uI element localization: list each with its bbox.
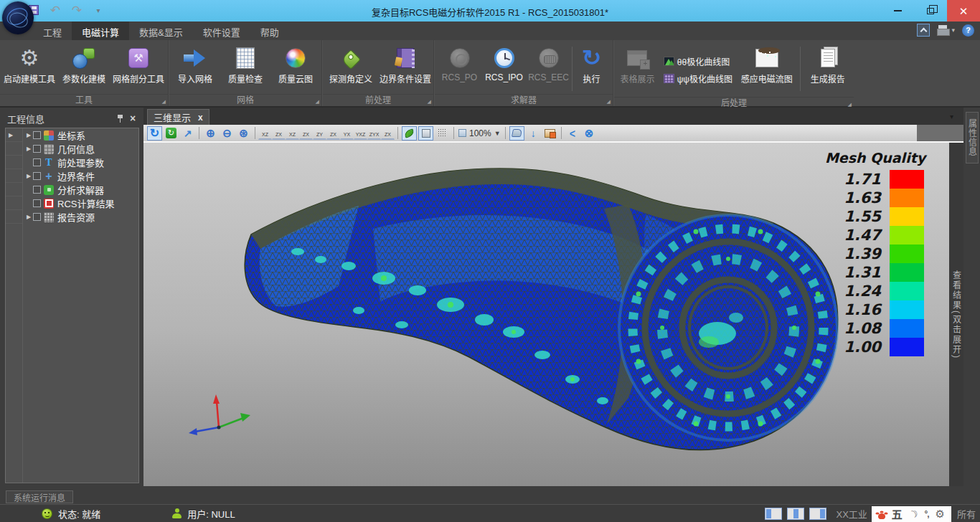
probe-angle-button[interactable]: 探测角定义 [324,42,378,85]
share-icon: < [570,126,575,140]
axis-view-button-zx[interactable]: ZX [299,127,313,140]
tab-close-icon[interactable]: x [198,113,203,123]
ime-punctuation-button[interactable]: °‚ [924,509,928,519]
boundary-setting-button[interactable]: 边界条件设置 [378,42,433,85]
tree-item-边界条件[interactable]: ▶+边界条件 [23,169,138,183]
axis-view-button-zyx[interactable]: ZYX [367,127,381,140]
dialog-launcher-icon[interactable]: ◢ [162,99,166,104]
layout-left-button[interactable] [765,508,782,520]
tree-item-checkbox[interactable] [33,172,41,180]
tree-item-checkbox[interactable] [33,145,41,153]
menu-tab-数据&显示[interactable]: 数据&显示 [129,22,193,40]
rotate-button[interactable]: ↻ [147,126,162,141]
import-mesh-button[interactable]: 导入网格 [170,42,220,85]
square-icon [422,129,430,138]
render-leaf-button[interactable] [402,126,417,141]
menu-tab-电磁计算[interactable]: 电磁计算 [72,22,129,40]
axis-view-button-zx[interactable]: ZX [381,127,395,140]
layout-right-button[interactable] [809,508,826,520]
panel-close-button[interactable]: × [126,113,139,124]
legend-row: 1.55 [818,207,933,226]
tree-item-前处理参数[interactable]: T前处理参数 [23,156,138,169]
axis-view-button-xz[interactable]: XZ [286,127,299,140]
axis-view-button-zx[interactable]: ZX [272,127,286,140]
psi-curve-button[interactable]: ψψ极化曲线图 [664,72,732,85]
tree-item-RCS计算结果[interactable]: RCS计算结果 [23,196,138,210]
tree-item-分析求解器[interactable]: 分析求解器 [23,183,138,196]
launch-modeling-button[interactable]: ⚙ 启动建模工具 [2,42,57,85]
dialog-launcher-icon[interactable]: ◢ [428,99,431,104]
execute-button[interactable]: ↻ 执行 [574,42,610,85]
spin-button[interactable]: ↻ [164,126,179,141]
tree-gutter-cell[interactable]: ▶ [6,128,22,142]
dialog-launcher-icon[interactable]: ◢ [848,102,852,107]
pan-button[interactable]: ↗ [180,126,195,141]
property-info-label: 属性信息 [966,119,979,156]
layout-center-button[interactable] [787,508,804,520]
menu-tab-软件设置[interactable]: 软件设置 [193,22,250,40]
print-button[interactable]: ▾ [937,25,955,35]
restore-button[interactable] [914,0,947,22]
tree-item-checkbox[interactable] [33,186,41,194]
tree-item-checkbox[interactable] [33,213,41,221]
expand-arrow-icon[interactable]: ▶ [24,173,33,179]
close-icon: ✕ [959,6,969,16]
zoom-out-button[interactable]: ⊖ [220,126,235,141]
legend-row: 1.16 [818,300,933,319]
dialog-launcher-icon[interactable]: ◢ [316,99,319,104]
rcs-ipo-button[interactable]: RCS_IPO [481,42,527,82]
tree-item-checkbox[interactable] [33,199,41,207]
ime-settings-icon[interactable]: ⚙ [936,508,945,521]
tree-item-几何信息[interactable]: ▶几何信息 [23,142,138,156]
zoom-level-select[interactable]: 100% ▼ [458,128,501,138]
close-view-button[interactable]: ⊗ [582,126,597,141]
axis-view-button-zx[interactable]: ZX [326,127,340,140]
minimize-button[interactable] [881,0,914,22]
gen-report-button[interactable]: 生成报告 [802,42,854,85]
viewport-canvas[interactable]: Mesh Quality 1.711.631.551.471.391.311.2… [143,143,949,486]
ribbon-collapse-button[interactable] [917,24,930,37]
axis-view-button-zy[interactable]: ZY [313,127,326,140]
dialog-launcher-icon[interactable]: ◢ [607,99,611,104]
tree-item-checkbox[interactable] [33,131,41,139]
axis-view-button-yx[interactable]: YX [340,127,354,140]
results-collapsed-panel[interactable]: 查看结果(双击展开) [949,143,963,486]
quality-cloud-button[interactable]: 质量云图 [270,42,321,85]
tree-item-报告资源[interactable]: ▶报告资源 [23,210,138,224]
pin-button[interactable] [113,113,126,124]
app-logo[interactable] [2,1,34,34]
expand-arrow-icon[interactable]: ▶ [24,132,33,138]
chevron-down-icon[interactable]: ▾ [950,113,953,120]
ime-wubi-button[interactable]: 五 [892,506,903,521]
zoom-fit-button[interactable]: ⊛ [236,126,251,141]
tab-3d-display[interactable]: 三维显示 x [147,109,209,125]
em-flow-button[interactable]: 感应电磁流图 [735,42,798,85]
tab-property-info[interactable]: 属性信息 [966,112,979,163]
expand-arrow-icon[interactable]: ▶ [24,214,33,220]
wireframe-button[interactable] [435,126,450,141]
quality-check-button[interactable]: 质量检查 [220,42,270,85]
tab-system-messages[interactable]: 系统运行消息 [6,490,73,503]
ime-paw-icon[interactable] [878,513,885,519]
select-face-button[interactable] [509,126,524,141]
help-button[interactable]: ? [962,24,974,37]
close-button[interactable]: ✕ [947,0,980,22]
axis-view-button-xz[interactable]: XZ [258,127,272,140]
expand-arrow-icon[interactable]: ▶ [24,146,33,152]
parametric-modeling-button[interactable]: 参数化建模 [57,42,111,85]
zoom-fit-icon: ⊛ [239,128,248,138]
ime-moon-icon[interactable]: ☽ [907,506,920,521]
tree-item-坐标系[interactable]: ▶坐标系 [23,128,138,142]
tree-item-checkbox[interactable] [33,158,41,166]
axis-view-button-yxz[interactable]: YXZ [354,127,367,140]
zoom-in-button[interactable]: ⊕ [203,126,218,141]
share-button[interactable]: < [565,126,580,141]
shaded-view-button[interactable] [418,126,433,141]
user-text: 用户: NULL [187,507,235,521]
menu-tab-帮助[interactable]: 帮助 [250,22,289,40]
theta-curve-button[interactable]: θθ极化曲线图 [664,55,732,67]
drop-view-button[interactable]: ↓ [526,126,541,141]
menu-tab-工程[interactable]: 工程 [33,22,72,40]
mesh-tool-button[interactable]: ⚒ 网格剖分工具 [111,42,166,85]
snapshot-button[interactable] [542,126,557,141]
